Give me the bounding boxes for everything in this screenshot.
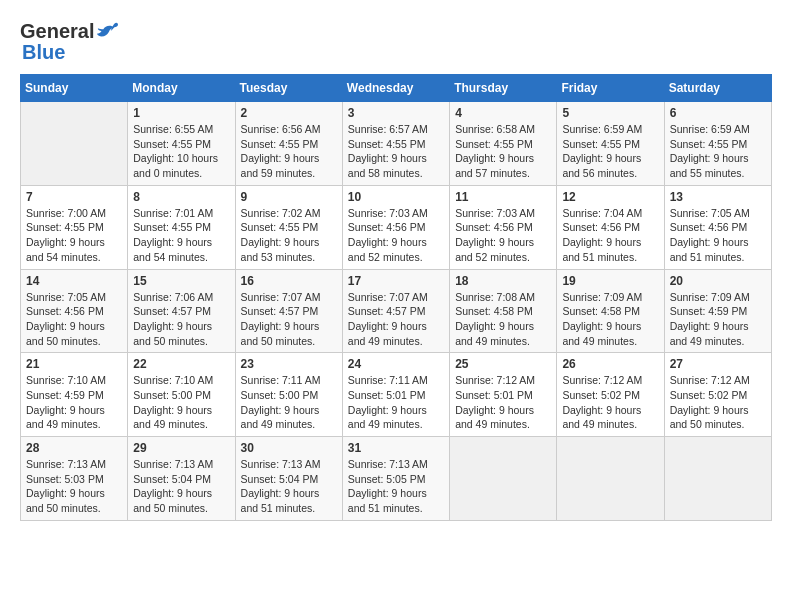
page-header: General Blue — [20, 20, 772, 64]
days-of-week-row: SundayMondayTuesdayWednesdayThursdayFrid… — [21, 75, 772, 102]
day-info: Sunrise: 7:00 AMSunset: 4:55 PMDaylight:… — [26, 206, 122, 265]
day-info: Sunrise: 7:03 AMSunset: 4:56 PMDaylight:… — [455, 206, 551, 265]
calendar-day-cell: 1Sunrise: 6:55 AMSunset: 4:55 PMDaylight… — [128, 102, 235, 186]
day-info: Sunrise: 6:59 AMSunset: 4:55 PMDaylight:… — [562, 122, 658, 181]
day-info: Sunrise: 7:07 AMSunset: 4:57 PMDaylight:… — [348, 290, 444, 349]
calendar-week-row: 7Sunrise: 7:00 AMSunset: 4:55 PMDaylight… — [21, 185, 772, 269]
day-info: Sunrise: 7:13 AMSunset: 5:04 PMDaylight:… — [241, 457, 337, 516]
calendar-table: SundayMondayTuesdayWednesdayThursdayFrid… — [20, 74, 772, 521]
calendar-day-cell — [450, 437, 557, 521]
day-number: 24 — [348, 357, 444, 371]
day-number: 26 — [562, 357, 658, 371]
day-info: Sunrise: 7:11 AMSunset: 5:01 PMDaylight:… — [348, 373, 444, 432]
day-info: Sunrise: 6:58 AMSunset: 4:55 PMDaylight:… — [455, 122, 551, 181]
calendar-day-cell: 19Sunrise: 7:09 AMSunset: 4:58 PMDayligh… — [557, 269, 664, 353]
calendar-day-cell: 3Sunrise: 6:57 AMSunset: 4:55 PMDaylight… — [342, 102, 449, 186]
day-number: 13 — [670, 190, 766, 204]
calendar-day-cell: 5Sunrise: 6:59 AMSunset: 4:55 PMDaylight… — [557, 102, 664, 186]
calendar-day-cell: 29Sunrise: 7:13 AMSunset: 5:04 PMDayligh… — [128, 437, 235, 521]
calendar-day-cell — [664, 437, 771, 521]
calendar-week-row: 28Sunrise: 7:13 AMSunset: 5:03 PMDayligh… — [21, 437, 772, 521]
day-number: 15 — [133, 274, 229, 288]
day-number: 8 — [133, 190, 229, 204]
day-info: Sunrise: 7:06 AMSunset: 4:57 PMDaylight:… — [133, 290, 229, 349]
day-info: Sunrise: 6:59 AMSunset: 4:55 PMDaylight:… — [670, 122, 766, 181]
calendar-body: 1Sunrise: 6:55 AMSunset: 4:55 PMDaylight… — [21, 102, 772, 521]
logo-blue-text: Blue — [22, 41, 65, 64]
day-info: Sunrise: 7:10 AMSunset: 5:00 PMDaylight:… — [133, 373, 229, 432]
day-info: Sunrise: 7:11 AMSunset: 5:00 PMDaylight:… — [241, 373, 337, 432]
calendar-day-cell: 11Sunrise: 7:03 AMSunset: 4:56 PMDayligh… — [450, 185, 557, 269]
day-number: 21 — [26, 357, 122, 371]
calendar-day-cell: 16Sunrise: 7:07 AMSunset: 4:57 PMDayligh… — [235, 269, 342, 353]
day-info: Sunrise: 7:04 AMSunset: 4:56 PMDaylight:… — [562, 206, 658, 265]
calendar-day-cell: 6Sunrise: 6:59 AMSunset: 4:55 PMDaylight… — [664, 102, 771, 186]
calendar-day-cell: 7Sunrise: 7:00 AMSunset: 4:55 PMDaylight… — [21, 185, 128, 269]
day-number: 14 — [26, 274, 122, 288]
calendar-day-cell: 17Sunrise: 7:07 AMSunset: 4:57 PMDayligh… — [342, 269, 449, 353]
day-info: Sunrise: 7:05 AMSunset: 4:56 PMDaylight:… — [26, 290, 122, 349]
calendar-week-row: 21Sunrise: 7:10 AMSunset: 4:59 PMDayligh… — [21, 353, 772, 437]
day-info: Sunrise: 7:09 AMSunset: 4:58 PMDaylight:… — [562, 290, 658, 349]
day-of-week-header: Tuesday — [235, 75, 342, 102]
day-info: Sunrise: 7:13 AMSunset: 5:03 PMDaylight:… — [26, 457, 122, 516]
day-of-week-header: Thursday — [450, 75, 557, 102]
day-info: Sunrise: 7:12 AMSunset: 5:01 PMDaylight:… — [455, 373, 551, 432]
calendar-day-cell: 23Sunrise: 7:11 AMSunset: 5:00 PMDayligh… — [235, 353, 342, 437]
calendar-day-cell: 15Sunrise: 7:06 AMSunset: 4:57 PMDayligh… — [128, 269, 235, 353]
day-info: Sunrise: 7:09 AMSunset: 4:59 PMDaylight:… — [670, 290, 766, 349]
day-number: 19 — [562, 274, 658, 288]
calendar-day-cell: 30Sunrise: 7:13 AMSunset: 5:04 PMDayligh… — [235, 437, 342, 521]
day-info: Sunrise: 7:13 AMSunset: 5:05 PMDaylight:… — [348, 457, 444, 516]
calendar-day-cell: 24Sunrise: 7:11 AMSunset: 5:01 PMDayligh… — [342, 353, 449, 437]
calendar-day-cell: 12Sunrise: 7:04 AMSunset: 4:56 PMDayligh… — [557, 185, 664, 269]
calendar-week-row: 1Sunrise: 6:55 AMSunset: 4:55 PMDaylight… — [21, 102, 772, 186]
calendar-day-cell: 25Sunrise: 7:12 AMSunset: 5:01 PMDayligh… — [450, 353, 557, 437]
day-info: Sunrise: 7:03 AMSunset: 4:56 PMDaylight:… — [348, 206, 444, 265]
calendar-day-cell: 21Sunrise: 7:10 AMSunset: 4:59 PMDayligh… — [21, 353, 128, 437]
calendar-header: SundayMondayTuesdayWednesdayThursdayFrid… — [21, 75, 772, 102]
calendar-day-cell: 20Sunrise: 7:09 AMSunset: 4:59 PMDayligh… — [664, 269, 771, 353]
calendar-day-cell: 18Sunrise: 7:08 AMSunset: 4:58 PMDayligh… — [450, 269, 557, 353]
calendar-week-row: 14Sunrise: 7:05 AMSunset: 4:56 PMDayligh… — [21, 269, 772, 353]
calendar-day-cell: 14Sunrise: 7:05 AMSunset: 4:56 PMDayligh… — [21, 269, 128, 353]
day-of-week-header: Monday — [128, 75, 235, 102]
day-of-week-header: Sunday — [21, 75, 128, 102]
calendar-day-cell: 9Sunrise: 7:02 AMSunset: 4:55 PMDaylight… — [235, 185, 342, 269]
day-number: 1 — [133, 106, 229, 120]
day-info: Sunrise: 6:55 AMSunset: 4:55 PMDaylight:… — [133, 122, 229, 181]
day-info: Sunrise: 7:02 AMSunset: 4:55 PMDaylight:… — [241, 206, 337, 265]
calendar-day-cell: 13Sunrise: 7:05 AMSunset: 4:56 PMDayligh… — [664, 185, 771, 269]
logo-general-text: General — [20, 20, 94, 43]
calendar-day-cell: 22Sunrise: 7:10 AMSunset: 5:00 PMDayligh… — [128, 353, 235, 437]
day-info: Sunrise: 6:57 AMSunset: 4:55 PMDaylight:… — [348, 122, 444, 181]
calendar-day-cell: 27Sunrise: 7:12 AMSunset: 5:02 PMDayligh… — [664, 353, 771, 437]
calendar-day-cell: 2Sunrise: 6:56 AMSunset: 4:55 PMDaylight… — [235, 102, 342, 186]
day-number: 23 — [241, 357, 337, 371]
day-number: 11 — [455, 190, 551, 204]
day-info: Sunrise: 7:10 AMSunset: 4:59 PMDaylight:… — [26, 373, 122, 432]
day-number: 7 — [26, 190, 122, 204]
day-number: 4 — [455, 106, 551, 120]
day-number: 31 — [348, 441, 444, 455]
day-number: 17 — [348, 274, 444, 288]
day-info: Sunrise: 7:01 AMSunset: 4:55 PMDaylight:… — [133, 206, 229, 265]
day-number: 5 — [562, 106, 658, 120]
day-info: Sunrise: 6:56 AMSunset: 4:55 PMDaylight:… — [241, 122, 337, 181]
day-info: Sunrise: 7:13 AMSunset: 5:04 PMDaylight:… — [133, 457, 229, 516]
calendar-day-cell: 26Sunrise: 7:12 AMSunset: 5:02 PMDayligh… — [557, 353, 664, 437]
calendar-day-cell: 28Sunrise: 7:13 AMSunset: 5:03 PMDayligh… — [21, 437, 128, 521]
calendar-day-cell: 4Sunrise: 6:58 AMSunset: 4:55 PMDaylight… — [450, 102, 557, 186]
day-number: 18 — [455, 274, 551, 288]
calendar-day-cell — [557, 437, 664, 521]
day-number: 25 — [455, 357, 551, 371]
day-number: 9 — [241, 190, 337, 204]
day-number: 30 — [241, 441, 337, 455]
day-info: Sunrise: 7:05 AMSunset: 4:56 PMDaylight:… — [670, 206, 766, 265]
calendar-day-cell: 10Sunrise: 7:03 AMSunset: 4:56 PMDayligh… — [342, 185, 449, 269]
day-number: 27 — [670, 357, 766, 371]
day-info: Sunrise: 7:12 AMSunset: 5:02 PMDaylight:… — [670, 373, 766, 432]
day-number: 20 — [670, 274, 766, 288]
calendar-day-cell: 31Sunrise: 7:13 AMSunset: 5:05 PMDayligh… — [342, 437, 449, 521]
calendar-day-cell — [21, 102, 128, 186]
